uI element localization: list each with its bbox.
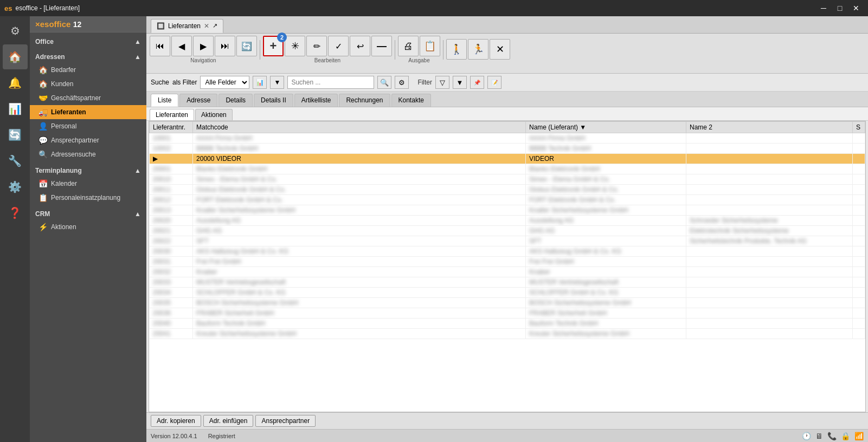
gear-icon-btn[interactable]: ⚙ [3, 18, 28, 43]
nav-prev-btn[interactable]: ◀ [171, 36, 192, 56]
close-record-btn[interactable]: ✕ [490, 39, 510, 60]
table-row[interactable]: 20011 Globus Elektronik GmbH & Co. Globu… [150, 185, 865, 195]
tab-kontakte[interactable]: Kontakte [391, 94, 431, 107]
lock-icon[interactable]: 🔒 [841, 432, 850, 440]
table-row[interactable]: 20034 SCHLOFFER GmbH & Co. KG SCHLOFFER … [150, 288, 865, 298]
subtab-aktionen[interactable]: Aktionen [195, 109, 233, 120]
table-row[interactable]: 20013 Knaller Sicherheitssysteme GmbH Kn… [150, 205, 865, 216]
nav-last-btn[interactable]: ⏭ [215, 36, 235, 56]
tab-rechnungen[interactable]: Rechnungen [339, 94, 390, 107]
subtab-lieferanten[interactable]: Lieferanten [150, 109, 194, 120]
filter-icon-btn[interactable]: 📊 [253, 76, 267, 89]
filter-btn-2[interactable]: ▼ [453, 76, 467, 89]
paste-address-btn[interactable]: Adr. einfügen [203, 415, 254, 427]
table-row[interactable]: 20033 MUSTER Vertriebsgesellschaft MUSTE… [150, 277, 865, 288]
table-row[interactable]: 10002 BBBB Technik GmbH BBBB Technik Gmb… [150, 144, 865, 154]
table-row[interactable]: 20036 FRABER Sicherheit GmbH FRABER Sich… [150, 308, 865, 318]
nav-lieferanten[interactable]: 🚚 Lieferanten [30, 105, 146, 119]
print-btn[interactable]: 🖨 [398, 36, 419, 56]
table-row[interactable]: 20040 Bauform Technik GmbH Bauform Techn… [150, 318, 865, 329]
undo-btn[interactable]: ↩ [350, 36, 370, 56]
chart-icon-btn[interactable]: 📊 [3, 96, 28, 121]
filter-btn-3[interactable]: 📌 [470, 76, 484, 89]
table-row[interactable]: 20020 Ausstellung AG Ausstellung AG Schr… [150, 216, 865, 226]
col-name[interactable]: Name (Lieferant) ▼ [525, 122, 686, 133]
confirm-btn[interactable]: ✓ [328, 36, 349, 56]
table-row[interactable]: 20010 Simex - Elema GmbH & Co. Simex - E… [150, 174, 865, 185]
phone-icon[interactable]: 📞 [827, 432, 837, 440]
field-select[interactable]: Alle Felder Name Matchcode Lieferantnr. [200, 76, 249, 89]
help-icon-btn[interactable]: ❓ [3, 200, 28, 225]
nav-adressensuche[interactable]: 🔍 Adressensuche [30, 147, 146, 161]
tab-adresse[interactable]: Adresse [179, 94, 217, 107]
table-row[interactable]: 20030 AKS Halbzeug GmbH & Co. KG AKS Hal… [150, 246, 865, 257]
action2-btn[interactable]: 🏃 [468, 39, 488, 60]
search-go-btn[interactable]: 🔍 [377, 76, 391, 89]
home-icon-btn[interactable]: 🏠 [3, 44, 28, 69]
nav-ansprechpartner[interactable]: 💬 Ansprechpartner [30, 133, 146, 147]
nav-kunden[interactable]: 🏠 Kunden [30, 77, 146, 91]
lieferanten-tab-external[interactable]: ↗ [213, 22, 217, 29]
table-row[interactable]: 20012 FORT Elektronik GmbH & Co. FORT El… [150, 195, 865, 205]
copy-address-btn[interactable]: Adr. kopieren [151, 415, 201, 427]
ansprechpartner-icon: 💬 [38, 136, 48, 145]
col-matchcode[interactable]: Matchcode [193, 122, 526, 133]
adressen-header[interactable]: Adressen ▲ [30, 50, 146, 63]
nav-next-btn[interactable]: ▶ [193, 36, 214, 56]
table-row[interactable]: 20032 Knaber Knaber [150, 267, 865, 277]
personal-icon: 👤 [38, 122, 48, 131]
nav-aktionen[interactable]: ⚡ Aktionen [30, 220, 146, 234]
nav-bedarfer[interactable]: 🏠 Bedarfer [30, 63, 146, 77]
tab-artikelliste[interactable]: Artikelliste [294, 94, 338, 107]
table-row[interactable]: 20035 BOSCH Sicherheitssysteme GmbH BOSC… [150, 298, 865, 308]
search-input[interactable] [287, 76, 374, 89]
table-row-selected[interactable]: ▶ 20000 VIDEOR VIDEOR [150, 154, 865, 164]
table-row[interactable]: 20021 GHG AG GHG AG Elektrotechnik Siche… [150, 226, 865, 236]
maximize-btn[interactable]: □ [832, 2, 847, 14]
tab-details2[interactable]: Details II [254, 94, 293, 107]
wrench-icon-btn[interactable]: 🔧 [3, 148, 28, 173]
col-name2[interactable]: Name 2 [686, 122, 852, 133]
tab-liste[interactable]: Liste [151, 94, 178, 107]
remove-btn[interactable]: — [371, 36, 392, 56]
crm-header[interactable]: CRM ▲ [30, 207, 146, 220]
table-row[interactable]: 20041 Kreuter Sicherheitssysteme GmbH Kr… [150, 329, 865, 339]
close-window-btn[interactable]: ✕ [848, 2, 864, 14]
table-row[interactable]: 10001 AAAA Firma GmbH AAAA Firma GmbH [150, 133, 865, 144]
nav-geschaeftspartner[interactable]: 🤝 Geschäftspartner [30, 91, 146, 105]
wifi-icon[interactable]: 📶 [854, 432, 864, 440]
filter-btn-4[interactable]: 📝 [487, 76, 501, 89]
table-row[interactable]: 20031 Frei Frei GmbH Frei Frei GmbH [150, 257, 865, 267]
action1-btn[interactable]: 🚶 [446, 39, 467, 60]
sync-icon-btn[interactable]: 🔄 [3, 122, 28, 147]
tab-details[interactable]: Details [218, 94, 253, 107]
col-s[interactable]: S [852, 122, 865, 133]
lieferanten-tab-close[interactable]: ✕ [204, 22, 209, 30]
contact-person-btn[interactable]: Ansprechpartner [255, 415, 316, 427]
export-btn[interactable]: 📋 [420, 36, 440, 56]
lieferanten-tab[interactable]: 🔲 Lieferanten ✕ ↗ [151, 19, 223, 33]
table-row[interactable]: 20022 SFT SFT Sicherheitstechnik Produkt… [150, 236, 865, 246]
content-area: 🔲 Lieferanten ✕ ↗ ⏮ ◀ ▶ ⏭ 🔄 Navigation [146, 16, 868, 442]
cell-s [852, 133, 865, 144]
terminplanung-header[interactable]: Terminplanung ▲ [30, 164, 146, 177]
monitor-icon[interactable]: 🖥 [815, 432, 823, 440]
duplicate-btn[interactable]: ✳ [285, 36, 305, 56]
minimize-btn[interactable]: ─ [816, 2, 831, 14]
col-lieferantnr[interactable]: Lieferantnr. [150, 122, 193, 133]
clock-icon[interactable]: 🕐 [802, 432, 811, 440]
nav-first-btn[interactable]: ⏮ [150, 36, 170, 56]
table-row[interactable]: 20001 Blanko Elektronik GmbH Blanko Elek… [150, 164, 865, 174]
nav-personaleinsatz[interactable]: 📋 Personaleinsatzplanung [30, 191, 146, 205]
filter-btn-1[interactable]: ▽ [435, 76, 449, 89]
search-settings-btn[interactable]: ⚙ [395, 76, 409, 89]
nav-kalender[interactable]: 📅 Kalender [30, 177, 146, 191]
filter-options-btn[interactable]: ▼ [270, 76, 284, 89]
nav-refresh-btn[interactable]: 🔄 [236, 36, 257, 56]
nav-header: ×esoffice 12 [30, 16, 146, 32]
edit-btn[interactable]: ✏ [306, 36, 327, 56]
cog-icon-btn[interactable]: ⚙️ [3, 174, 28, 199]
cell-name2 [686, 144, 852, 154]
bell-icon-btn[interactable]: 🔔 [3, 70, 28, 95]
nav-personal[interactable]: 👤 Personal [30, 119, 146, 133]
